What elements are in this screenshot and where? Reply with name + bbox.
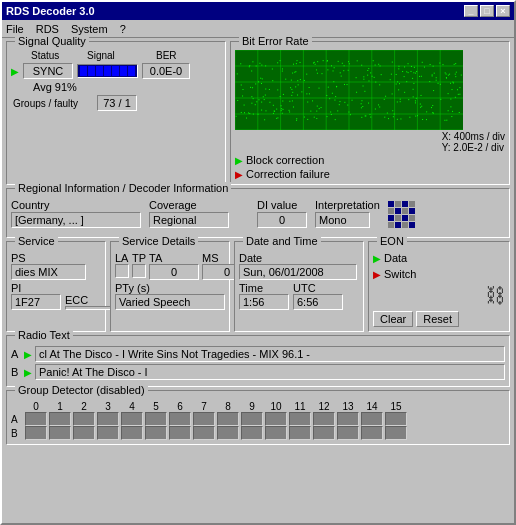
regional-row: Country [Germany, ... ] Coverage Regiona… — [11, 199, 505, 233]
title-bar-buttons: _ □ × — [464, 5, 510, 17]
group-cell-B-2 — [73, 426, 95, 440]
group-cell-B-15 — [385, 426, 407, 440]
group-cell-B-12 — [313, 426, 335, 440]
group-header-9: 9 — [241, 401, 263, 412]
group-cell-A-14 — [361, 412, 383, 426]
group-header-5: 5 — [145, 401, 167, 412]
eon-title: EON — [377, 235, 407, 247]
tp-label: TP — [132, 252, 146, 264]
group-cell-A-2 — [73, 412, 95, 426]
reset-button[interactable]: Reset — [416, 311, 459, 327]
signal-quality-title: Signal Quality — [15, 35, 89, 47]
coverage-field: Coverage Regional — [149, 199, 229, 228]
group-cell-B-3 — [97, 426, 119, 440]
ta-label: TA — [149, 252, 199, 264]
service-title: Service — [15, 235, 58, 247]
group-cell-A-13 — [337, 412, 359, 426]
title-bar: RDS Decoder 3.0 _ □ × — [2, 2, 514, 20]
group-cell-A-11 — [289, 412, 311, 426]
coverage-value: Regional — [149, 212, 229, 228]
block-correction-icon: ▶ — [235, 155, 243, 166]
clear-button[interactable]: Clear — [373, 311, 413, 327]
group-cell-B-14 — [361, 426, 383, 440]
group-cell-A-3 — [97, 412, 119, 426]
ps-label: PS — [11, 252, 101, 264]
rt-a-play-icon: ▶ — [24, 349, 32, 360]
group-cell-B-10 — [265, 426, 287, 440]
interp-label: Interpretation — [315, 199, 380, 211]
group-header-0: 0 — [25, 401, 47, 412]
group-cell-A-6 — [169, 412, 191, 426]
group-cell-A-1 — [49, 412, 71, 426]
eon-switch-row: ▶ Switch — [373, 268, 505, 280]
window-title: RDS Decoder 3.0 — [6, 5, 95, 17]
group-row-label-A: A — [11, 414, 23, 425]
rt-a-value: cl At The Disco - I Write Sins Not Trage… — [35, 346, 505, 362]
signal-col-label: Signal — [87, 50, 152, 61]
ber-y-label: Y: 2.0E-2 / div — [442, 142, 505, 153]
menu-help[interactable]: ? — [120, 23, 126, 35]
service-details-title: Service Details — [119, 235, 198, 247]
group-detector-panel: Group Detector (disabled) 01234567891011… — [6, 390, 510, 445]
bar-3 — [96, 66, 103, 76]
di-field: DI value 0 — [257, 199, 307, 228]
rt-b-row: B ▶ Panic! At The Disco - I — [11, 364, 505, 380]
close-button[interactable]: × — [496, 5, 510, 17]
group-cell-B-9 — [241, 426, 263, 440]
eon-switch-label: Switch — [384, 268, 416, 280]
radio-text-panel: Radio Text A ▶ cl At The Disco - I Write… — [6, 335, 510, 387]
group-cell-B-11 — [289, 426, 311, 440]
group-header-7: 7 — [193, 401, 215, 412]
menu-system[interactable]: System — [71, 23, 108, 35]
radio-text-title: Radio Text — [15, 329, 73, 341]
datetime-panel: Date and Time Date Sun, 06/01/2008 Time … — [234, 241, 364, 332]
group-header-8: 8 — [217, 401, 239, 412]
group-cell-A-5 — [145, 412, 167, 426]
signal-quality-panel: Signal Quality Status Signal BER ▶ SYNC — [6, 41, 226, 185]
ber-x-label: X: 400ms / div — [442, 131, 505, 142]
time-value: 1:56 — [239, 294, 289, 310]
group-header-14: 14 — [361, 401, 383, 412]
group-cell-B-8 — [217, 426, 239, 440]
correction-failure-row: ▶ Correction failure — [235, 168, 505, 180]
rt-a-row: A ▶ cl At The Disco - I Write Sins Not T… — [11, 346, 505, 362]
group-header-15: 15 — [385, 401, 407, 412]
service-panel: Service PS dies MIX PI 1F27 ECC — [6, 241, 106, 332]
tp-checkbox[interactable] — [132, 264, 146, 278]
group-cell-B-4 — [121, 426, 143, 440]
menu-rds[interactable]: RDS — [36, 23, 59, 35]
coverage-label: Coverage — [149, 199, 229, 211]
time-label: Time — [239, 282, 289, 294]
ta-value: 0 — [149, 264, 199, 280]
eon-data-icon: ▶ — [373, 253, 381, 264]
block-correction-row: ▶ Block correction — [235, 154, 505, 166]
group-detector-title: Group Detector (disabled) — [15, 384, 148, 396]
group-cell-A-0 — [25, 412, 47, 426]
regional-panel: Regional Information / Decoder Informati… — [6, 188, 510, 238]
group-cell-A-9 — [241, 412, 263, 426]
bit-error-rate-panel: Bit Error Rate X: 400ms / div Y: 2.0E-2 … — [230, 41, 510, 185]
group-cell-A-12 — [313, 412, 335, 426]
eon-panel: EON ▶ Data ▶ Switch ⛓ Clear — [368, 241, 510, 332]
date-label: Date — [239, 252, 359, 264]
group-header-11: 11 — [289, 401, 311, 412]
rt-a-label: A — [11, 348, 21, 360]
group-cell-B-0 — [25, 426, 47, 440]
group-header-row: 0123456789101112131415 — [11, 401, 505, 412]
group-header-1: 1 — [49, 401, 71, 412]
group-header-6: 6 — [169, 401, 191, 412]
group-cell-A-8 — [217, 412, 239, 426]
bar-4 — [104, 66, 111, 76]
chain-icon: ⛓ — [485, 284, 505, 307]
bar-5 — [112, 66, 119, 76]
maximize-button[interactable]: □ — [480, 5, 494, 17]
eon-data-row: ▶ Data — [373, 252, 505, 264]
minimize-button[interactable]: _ — [464, 5, 478, 17]
menu-file[interactable]: File — [6, 23, 24, 35]
regional-title: Regional Information / Decoder Informati… — [15, 182, 231, 194]
group-header-4: 4 — [121, 401, 143, 412]
la-checkbox[interactable] — [115, 264, 129, 278]
group-table: 0123456789101112131415AB — [11, 401, 505, 440]
group-cell-A-15 — [385, 412, 407, 426]
group-cell-B-1 — [49, 426, 71, 440]
